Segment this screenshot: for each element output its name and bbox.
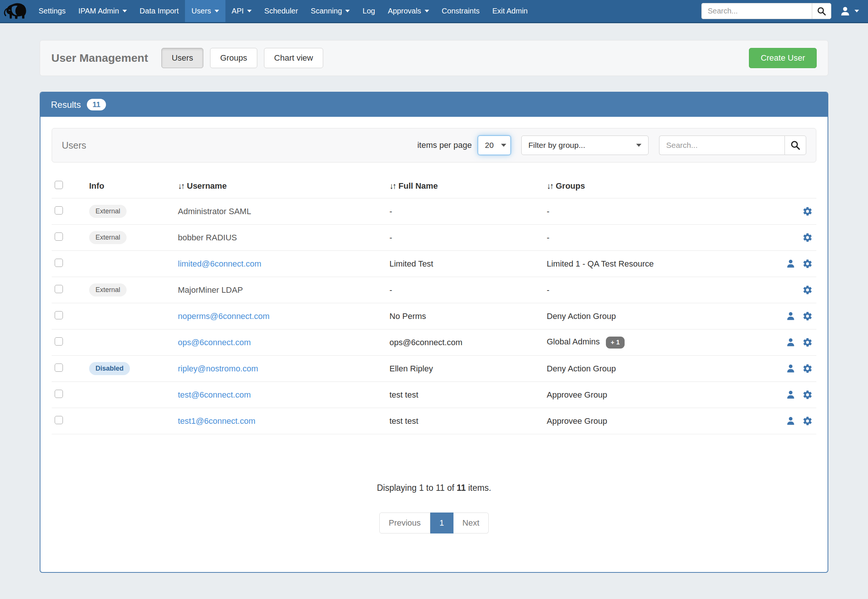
- navbar-search-button[interactable]: [812, 3, 831, 19]
- username-link[interactable]: limited@6connect.com: [178, 259, 261, 268]
- groups-cell: Deny Action Group: [547, 364, 768, 374]
- table-search-input[interactable]: [659, 135, 785, 155]
- row-checkbox[interactable]: [55, 337, 63, 346]
- gear-icon[interactable]: [802, 311, 812, 321]
- groups-cell: Deny Action Group: [547, 312, 768, 321]
- group-name: -: [547, 233, 549, 242]
- nav-item-approvals[interactable]: Approvals: [381, 0, 436, 22]
- actions-cell: [768, 364, 816, 374]
- nav-item-data-import[interactable]: Data Import: [133, 0, 185, 22]
- navbar-right: [701, 0, 868, 22]
- user-icon[interactable]: [786, 337, 796, 348]
- row-checkbox[interactable]: [55, 311, 63, 319]
- filter-by-group-select[interactable]: Filter by group...: [521, 135, 649, 155]
- more-groups-badge[interactable]: + 1: [606, 337, 625, 349]
- gear-icon[interactable]: [802, 259, 812, 269]
- row-checkbox[interactable]: [55, 285, 63, 293]
- username-cell: noperms@6connect.com: [178, 312, 389, 321]
- nav-item-label: Users: [191, 7, 211, 15]
- gear-icon[interactable]: [802, 232, 812, 242]
- sort-icon[interactable]: ↓↑: [389, 181, 395, 191]
- next-page-button[interactable]: Next: [454, 513, 489, 533]
- full-name-cell: test test: [389, 390, 547, 400]
- nav-item-constraints[interactable]: Constraints: [436, 0, 486, 22]
- nav-item-settings[interactable]: Settings: [32, 0, 72, 22]
- group-name: Approvee Group: [547, 416, 607, 426]
- row-checkbox[interactable]: [55, 259, 63, 267]
- navbar-search-input[interactable]: [701, 3, 812, 19]
- nav-item-label: Scanning: [311, 7, 342, 15]
- gear-icon[interactable]: [802, 364, 812, 374]
- username-cell: Administrator SAML: [178, 207, 389, 217]
- username-link[interactable]: test1@6connect.com: [178, 416, 255, 426]
- nav-item-scanning[interactable]: Scanning: [304, 0, 356, 22]
- tab-chart-view[interactable]: Chart view: [264, 48, 323, 68]
- gear-icon[interactable]: [802, 416, 812, 426]
- column-header-full-name[interactable]: ↓↑Full Name: [389, 181, 547, 191]
- nav-item-users[interactable]: Users: [185, 0, 225, 22]
- nav-item-label: Constraints: [442, 7, 480, 15]
- row-checkbox[interactable]: [55, 416, 63, 424]
- view-tabs: UsersGroupsChart view: [161, 48, 323, 68]
- actions-cell: [768, 206, 816, 217]
- gear-icon[interactable]: [802, 390, 812, 400]
- username-link[interactable]: ops@6connect.com: [178, 338, 251, 347]
- chevron-down-icon: [425, 10, 429, 12]
- nav-item-label: Approvals: [388, 7, 421, 15]
- table-row: test1@6connect.comtest testApprovee Grou…: [52, 408, 816, 434]
- row-checkbox[interactable]: [55, 390, 63, 398]
- page-1-button[interactable]: 1: [430, 513, 454, 533]
- users-toolbar: Users items per page 20 Filter by group.…: [52, 128, 816, 163]
- search-icon: [790, 140, 800, 151]
- user-icon[interactable]: [786, 311, 796, 321]
- column-header-groups[interactable]: ↓↑Groups: [547, 181, 768, 191]
- username-link[interactable]: noperms@6connect.com: [178, 312, 270, 321]
- nav-item-log[interactable]: Log: [356, 0, 381, 22]
- sort-icon[interactable]: ↓↑: [547, 181, 553, 191]
- chevron-down-icon: [122, 10, 127, 12]
- row-checkbox[interactable]: [55, 364, 63, 372]
- user-menu[interactable]: [839, 6, 859, 17]
- username-link[interactable]: test@6connect.com: [178, 390, 251, 399]
- nav-item-label: IPAM Admin: [78, 7, 119, 15]
- user-icon[interactable]: [786, 364, 796, 374]
- gear-icon[interactable]: [802, 337, 812, 348]
- sort-icon[interactable]: ↓↑: [178, 181, 184, 191]
- gear-icon[interactable]: [802, 206, 812, 217]
- select-all-checkbox[interactable]: [55, 181, 63, 189]
- user-icon[interactable]: [786, 390, 796, 400]
- create-user-button[interactable]: Create User: [749, 48, 817, 68]
- nav-items: SettingsIPAM AdminData ImportUsersAPISch…: [32, 0, 534, 22]
- row-checkbox[interactable]: [55, 206, 63, 215]
- table-row: ExternalAdministrator SAML--: [52, 199, 816, 224]
- nav-item-scheduler[interactable]: Scheduler: [258, 0, 304, 22]
- nav-item-exit-admin[interactable]: Exit Admin: [486, 0, 534, 22]
- table-row: ExternalMajorMiner LDAP--: [52, 277, 816, 303]
- external-badge: External: [89, 205, 127, 218]
- actions-cell: [768, 390, 816, 400]
- nav-item-api[interactable]: API: [225, 0, 258, 22]
- group-name: Deny Action Group: [547, 312, 616, 321]
- column-header-username[interactable]: ↓↑Username: [178, 181, 389, 191]
- user-icon[interactable]: [786, 259, 796, 269]
- nav-item-ipam-admin[interactable]: IPAM Admin: [72, 0, 133, 22]
- groups-cell: -: [547, 207, 768, 217]
- table-search-button[interactable]: [785, 135, 806, 155]
- table-body: ExternalAdministrator SAML--Externalbobb…: [52, 199, 816, 434]
- username-cell: ops@6connect.com: [178, 338, 389, 348]
- results-panel-header: Results 11: [41, 92, 827, 117]
- mammoth-logo[interactable]: [0, 0, 32, 22]
- select-caret-icon: [501, 144, 506, 147]
- username-link[interactable]: ripley@nostromo.com: [178, 364, 258, 373]
- nav-item-label: Exit Admin: [493, 7, 527, 15]
- tab-users[interactable]: Users: [161, 48, 203, 68]
- row-checkbox[interactable]: [55, 232, 63, 241]
- user-icon[interactable]: [786, 416, 796, 426]
- mammoth-logo-image: [4, 2, 29, 21]
- tab-groups[interactable]: Groups: [210, 48, 257, 68]
- gear-icon[interactable]: [802, 285, 812, 295]
- previous-page-button[interactable]: Previous: [379, 513, 430, 533]
- items-per-page-select[interactable]: 20: [478, 135, 511, 155]
- info-cell: External: [89, 231, 178, 244]
- group-name: -: [547, 285, 549, 295]
